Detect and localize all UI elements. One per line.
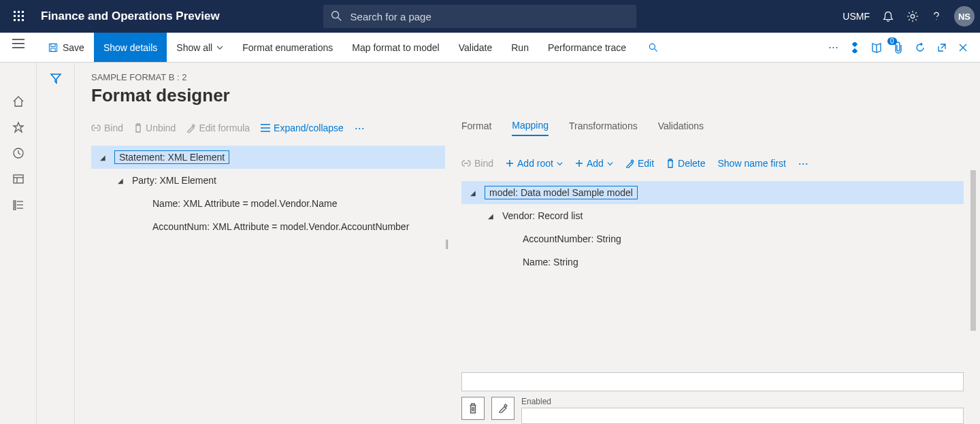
find-button[interactable] [636,33,671,62]
hamburger-icon[interactable] [12,39,24,48]
svg-point-9 [331,12,338,18]
chevron-down-icon [216,44,223,51]
format-enumerations-button[interactable]: Format enumerations [233,33,342,62]
tab-format[interactable]: Format [461,120,491,135]
bind-button[interactable]: Bind [91,123,123,133]
recent-icon[interactable] [12,147,24,159]
enabled-label: Enabled [521,397,964,406]
gear-icon[interactable] [906,10,919,22]
expand-collapse-button[interactable]: Expand/collapse [261,123,344,133]
caret-icon[interactable]: ◢ [116,177,125,184]
left-nav-rail [0,63,37,424]
company-indicator[interactable]: USMF [843,11,870,22]
search-input[interactable] [323,5,636,28]
delete-button[interactable]: Delete [666,158,705,169]
tree-node-name[interactable]: ◢ Name: String [461,250,964,274]
svg-rect-13 [51,44,55,46]
scrollbar[interactable] [970,170,976,331]
refresh-icon[interactable] [915,42,926,53]
home-icon[interactable] [12,95,24,108]
caret-icon[interactable]: ◢ [468,189,478,197]
attachment-count: 0 [887,37,897,45]
caret-icon[interactable]: ◢ [98,154,108,161]
tab-transformations[interactable]: Transformations [569,120,638,135]
svg-rect-5 [22,15,24,17]
chevron-down-icon [607,161,613,167]
performance-trace-button[interactable]: Performance trace [538,33,636,62]
workspace-icon[interactable] [12,173,24,185]
format-more-icon[interactable]: ··· [355,121,365,135]
svg-rect-7 [18,19,20,21]
pencil-icon [625,159,634,168]
link-icon [91,123,101,133]
tree-node-statement[interactable]: ◢ Statement: XML Element [91,146,445,169]
svg-rect-28 [14,201,16,203]
show-name-first-button[interactable]: Show name first [717,158,785,169]
svg-point-15 [650,44,655,49]
tree-node-accountnum-attr[interactable]: ◢ AccountNum: XML Attribute = model.Vend… [91,215,445,238]
filter-column [37,63,75,424]
tab-validations[interactable]: Validations [658,120,704,135]
page-title: Format designer [91,85,964,106]
bind-button[interactable]: Bind [461,158,493,169]
popout-icon[interactable] [936,42,947,53]
save-button[interactable]: Save [38,33,94,62]
link-icon [461,159,471,168]
enabled-input[interactable] [521,408,964,424]
delete-binding-button[interactable] [461,397,485,420]
book-icon[interactable] [871,42,882,53]
show-all-button[interactable]: Show all [167,33,233,62]
plus-icon [506,159,514,167]
splitter-handle[interactable]: || [445,238,447,249]
format-toolstrip: Bind Unbind Edit formula Expand/collapse [91,116,445,140]
svg-rect-0 [14,11,16,13]
diamond-icon[interactable] [849,42,860,53]
filter-icon[interactable] [50,72,62,424]
svg-line-16 [655,48,657,51]
run-button[interactable]: Run [502,33,538,62]
tree-node-accountnumber[interactable]: ◢ AccountNumber: String [461,227,964,250]
unbind-button[interactable]: Unbind [134,123,176,133]
add-button[interactable]: Add [575,158,613,169]
tab-mapping[interactable]: Mapping [512,120,549,136]
mapping-more-icon[interactable]: ··· [798,157,808,171]
svg-rect-6 [14,19,16,21]
app-title: Finance and Operations Preview [41,10,220,23]
help-icon[interactable] [931,11,942,22]
chevron-down-icon [557,161,563,167]
tree-node-model[interactable]: ◢ model: Data model Sample model [461,181,964,204]
bell-icon[interactable] [882,10,894,22]
svg-rect-29 [14,204,16,206]
attachment-icon[interactable]: 0 [893,42,904,54]
pencil-icon [186,124,195,133]
svg-rect-14 [51,48,55,51]
app-waffle-icon[interactable] [5,3,33,30]
trash-icon [666,159,674,168]
close-icon[interactable] [958,43,968,52]
caret-icon[interactable]: ◢ [486,212,495,220]
pencil-icon [498,404,508,413]
search-box[interactable] [323,5,636,28]
map-format-button[interactable]: Map format to model [342,33,448,62]
modules-icon[interactable] [12,199,24,211]
show-details-button[interactable]: Show details [94,33,167,62]
plus-icon [575,159,583,167]
star-icon[interactable] [12,121,24,133]
validate-button[interactable]: Validate [449,33,502,62]
edit-button[interactable]: Edit [625,158,654,169]
edit-binding-button[interactable] [491,397,514,420]
breadcrumb: SAMPLE FORMAT B : 2 [91,72,964,82]
tree-node-vendor[interactable]: ◢ Vendor: Record list [461,204,964,227]
action-bar: Save Show details Show all Format enumer… [0,33,980,63]
model-tree: ◢ model: Data model Sample model ◢ Vendo… [461,181,964,372]
binding-path-input[interactable] [461,372,964,391]
add-root-button[interactable]: Add root [506,158,563,169]
user-avatar[interactable]: NS [954,6,975,27]
more-actions-icon[interactable]: ··· [828,40,838,54]
tree-node-party[interactable]: ◢ Party: XML Element [91,169,445,192]
tree-node-name-attr[interactable]: ◢ Name: XML Attribute = model.Vendor.Nam… [91,192,445,215]
svg-rect-17 [852,42,858,47]
svg-rect-30 [14,208,16,210]
trash-icon [134,123,142,133]
edit-formula-button[interactable]: Edit formula [186,123,250,133]
